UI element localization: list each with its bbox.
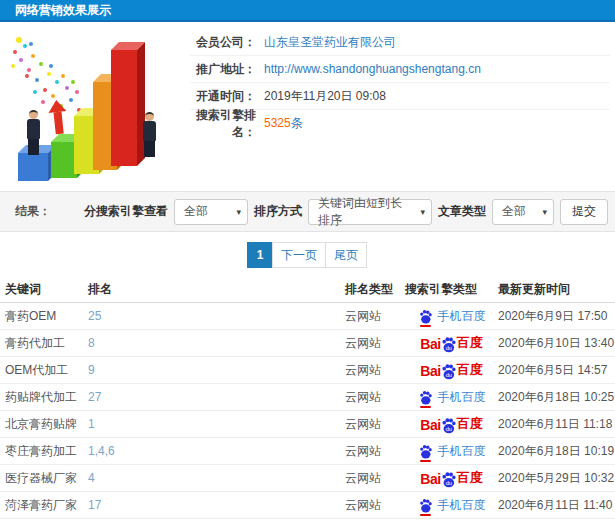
open-time-label: 开通时间： <box>190 88 256 105</box>
baidu-logo-text: Bai <box>420 363 440 379</box>
last-page-button[interactable]: 尾页 <box>325 242 367 268</box>
engine-cell: Bai du 百度 <box>405 334 498 352</box>
rank-type-cell: 云网站 <box>345 497 405 514</box>
businessman-right <box>143 112 156 157</box>
baidu-paw-icon: du <box>440 417 457 434</box>
baidu-logo-text: Bai <box>420 471 440 487</box>
svg-text:du: du <box>445 345 451 351</box>
engine-label: 手机百度 <box>438 497 486 514</box>
table-row: 医疗器械厂家 4 云网站 Bai du 百度 2020年5月29日 10:32 <box>0 465 615 492</box>
updated-cell: 2020年5月29日 10:32 <box>498 470 615 487</box>
marketing-effect-page: 网络营销效果展示 <box>0 0 615 520</box>
article-type-select[interactable]: 全部 ▾ <box>492 199 554 225</box>
sort-select[interactable]: 关键词由短到长排序 ▾ <box>308 199 432 225</box>
article-type-selected: 全部 <box>502 203 526 220</box>
table-row: 菏泽膏药厂家 17 云网站 手机百度 2020年6月11日 11:40 <box>0 492 615 519</box>
rank-link[interactable]: 4 <box>88 471 345 485</box>
account-info-section: 会员公司： 山东皇圣堂药业有限公司 推广地址： http://www.shand… <box>0 24 615 191</box>
mobile-baidu-logo: 手机百度 <box>418 308 486 325</box>
baidu-logo-text: Bai <box>420 336 440 352</box>
engine-cell: Bai du 百度 <box>405 361 498 379</box>
engine-cell: Bai du 百度 <box>405 469 498 487</box>
rank-link[interactable]: 1,4,6 <box>88 444 345 458</box>
svg-text:du: du <box>445 426 451 432</box>
table-header-row: 关键词 排名 排名类型 搜索引擎类型 最新更新时间 <box>0 277 615 303</box>
rank-link[interactable]: 17 <box>88 498 345 512</box>
rank-count-value: 5325条 <box>264 115 303 132</box>
engine-view-label: 分搜索引擎查看 <box>84 203 168 220</box>
result-label: 结果： <box>15 203 51 220</box>
rank-type-cell: 云网站 <box>345 470 405 487</box>
engine-view-select[interactable]: 全部 ▾ <box>174 199 248 225</box>
info-row-url: 推广地址： http://www.shandonghuangshengtang.… <box>190 56 610 83</box>
col-header-keyword: 关键词 <box>5 281 88 298</box>
red-underline <box>420 325 431 327</box>
baidu-logo: Bai du 百度 <box>420 415 482 433</box>
engine-cell: 手机百度 <box>405 308 498 325</box>
rank-type-cell: 云网站 <box>345 443 405 460</box>
account-info-list: 会员公司： 山东皇圣堂药业有限公司 推广地址： http://www.shand… <box>190 29 610 137</box>
mobile-baidu-logo: 手机百度 <box>418 497 486 514</box>
keyword-cell: 枣庄膏药加工 <box>5 443 88 460</box>
rank-count-unit[interactable]: 条 <box>291 116 303 130</box>
baidu-logo-cn: 百度 <box>457 334 483 352</box>
rank-type-cell: 云网站 <box>345 416 405 433</box>
baidu-paw-icon <box>418 390 433 405</box>
updated-cell: 2020年6月18日 10:25 <box>498 389 615 406</box>
page-1-button[interactable]: 1 <box>247 242 273 268</box>
red-underline <box>420 406 431 408</box>
submit-button[interactable]: 提交 <box>560 199 608 225</box>
updated-cell: 2020年6月5日 14:57 <box>498 362 615 379</box>
updated-cell: 2020年6月18日 10:19 <box>498 443 615 460</box>
mobile-baidu-logo: 手机百度 <box>418 443 486 460</box>
next-page-button[interactable]: 下一页 <box>272 242 326 268</box>
filter-controls: 分搜索引擎查看 全部 ▾ 排序方式 关键词由短到长排序 ▾ 文章类型 全部 ▾ … <box>84 199 608 225</box>
chart-bar-blue <box>18 153 48 181</box>
baidu-logo-cn: 百度 <box>457 361 483 379</box>
company-link[interactable]: 山东皇圣堂药业有限公司 <box>264 34 396 51</box>
baidu-paw-icon: du <box>440 363 457 380</box>
info-row-company: 会员公司： 山东皇圣堂药业有限公司 <box>190 29 610 56</box>
info-row-rank-count: 搜索引擎排名： 5325条 <box>190 110 610 137</box>
baidu-paw-icon <box>418 498 433 513</box>
engine-view-selected: 全部 <box>184 203 208 220</box>
company-label: 会员公司： <box>190 34 256 51</box>
table-row: OEM代加工 9 云网站 Bai du 百度 2020年6月5日 14:57 <box>0 357 615 384</box>
growth-arrow-icon <box>47 99 68 135</box>
rank-type-cell: 云网站 <box>345 389 405 406</box>
svg-text:du: du <box>445 480 451 486</box>
table-row: 膏药OEM 25 云网站 手机百度 2020年6月9日 17:50 <box>0 303 615 330</box>
keyword-cell: 膏药代加工 <box>5 335 88 352</box>
rank-type-cell: 云网站 <box>345 308 405 325</box>
engine-cell: Bai du 百度 <box>405 415 498 433</box>
rank-count-number: 5325 <box>264 116 291 130</box>
results-table: 关键词 排名 排名类型 搜索引擎类型 最新更新时间 膏药OEM 25 云网站 手… <box>0 277 615 519</box>
updated-cell: 2020年6月9日 17:50 <box>498 308 615 325</box>
col-header-engine-type: 搜索引擎类型 <box>405 281 498 298</box>
filter-bar: 结果： 分搜索引擎查看 全部 ▾ 排序方式 关键词由短到长排序 ▾ 文章类型 全… <box>0 191 615 232</box>
rank-link[interactable]: 1 <box>88 417 345 431</box>
rank-link[interactable]: 27 <box>88 390 345 404</box>
table-row: 膏药代加工 8 云网站 Bai du 百度 2020年6月10日 13:40 <box>0 330 615 357</box>
updated-cell: 2020年6月11日 11:18 <box>498 416 615 433</box>
baidu-logo-text: Bai <box>420 417 440 433</box>
col-header-updated: 最新更新时间 <box>498 281 615 298</box>
baidu-logo: Bai du 百度 <box>420 334 482 352</box>
page-title: 网络营销效果展示 <box>0 0 615 22</box>
promo-url-link[interactable]: http://www.shandonghuangshengtang.cn <box>264 62 481 76</box>
baidu-paw-icon: du <box>440 336 457 353</box>
sort-label: 排序方式 <box>254 203 302 220</box>
keyword-cell: 医疗器械厂家 <box>5 470 88 487</box>
keyword-cell: OEM代加工 <box>5 362 88 379</box>
baidu-paw-icon <box>418 444 433 459</box>
table-row: 枣庄膏药加工 1,4,6 云网站 手机百度 2020年6月18日 10:19 <box>0 438 615 465</box>
rank-link[interactable]: 25 <box>88 309 345 323</box>
sort-selected: 关键词由短到长排序 <box>318 195 412 229</box>
rank-type-cell: 云网站 <box>345 362 405 379</box>
svg-text:du: du <box>445 372 451 378</box>
rank-link[interactable]: 9 <box>88 363 345 377</box>
chevron-down-icon: ▾ <box>412 207 425 217</box>
chevron-down-icon: ▾ <box>534 207 547 217</box>
rank-link[interactable]: 8 <box>88 336 345 350</box>
rank-count-label: 搜索引擎排名： <box>190 107 256 141</box>
